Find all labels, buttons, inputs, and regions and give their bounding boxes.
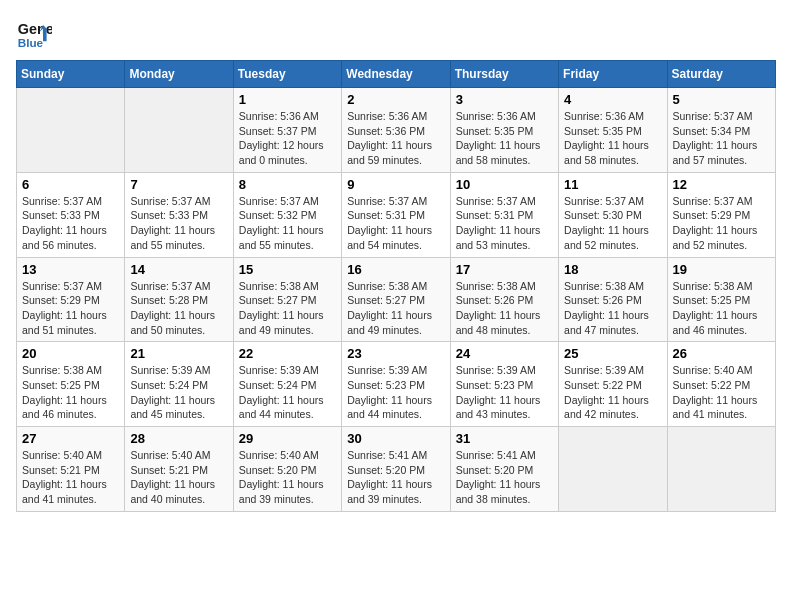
- day-number: 5: [673, 92, 770, 107]
- calendar-cell: 11Sunrise: 5:37 AMSunset: 5:30 PMDayligh…: [559, 172, 667, 257]
- calendar-cell: 30Sunrise: 5:41 AMSunset: 5:20 PMDayligh…: [342, 427, 450, 512]
- day-info: Sunrise: 5:36 AMSunset: 5:35 PMDaylight:…: [564, 109, 661, 168]
- svg-text:Blue: Blue: [18, 36, 44, 49]
- day-info: Sunrise: 5:38 AMSunset: 5:26 PMDaylight:…: [456, 279, 553, 338]
- day-number: 22: [239, 346, 336, 361]
- day-number: 28: [130, 431, 227, 446]
- day-info: Sunrise: 5:40 AMSunset: 5:22 PMDaylight:…: [673, 363, 770, 422]
- calendar-cell: 3Sunrise: 5:36 AMSunset: 5:35 PMDaylight…: [450, 88, 558, 173]
- day-number: 14: [130, 262, 227, 277]
- calendar-cell: 31Sunrise: 5:41 AMSunset: 5:20 PMDayligh…: [450, 427, 558, 512]
- day-number: 16: [347, 262, 444, 277]
- day-info: Sunrise: 5:39 AMSunset: 5:24 PMDaylight:…: [239, 363, 336, 422]
- calendar-cell: 22Sunrise: 5:39 AMSunset: 5:24 PMDayligh…: [233, 342, 341, 427]
- day-info: Sunrise: 5:40 AMSunset: 5:21 PMDaylight:…: [130, 448, 227, 507]
- calendar-cell: 25Sunrise: 5:39 AMSunset: 5:22 PMDayligh…: [559, 342, 667, 427]
- week-row-2: 6Sunrise: 5:37 AMSunset: 5:33 PMDaylight…: [17, 172, 776, 257]
- day-info: Sunrise: 5:39 AMSunset: 5:23 PMDaylight:…: [347, 363, 444, 422]
- calendar-cell: 18Sunrise: 5:38 AMSunset: 5:26 PMDayligh…: [559, 257, 667, 342]
- day-number: 15: [239, 262, 336, 277]
- day-info: Sunrise: 5:38 AMSunset: 5:26 PMDaylight:…: [564, 279, 661, 338]
- week-row-5: 27Sunrise: 5:40 AMSunset: 5:21 PMDayligh…: [17, 427, 776, 512]
- calendar-cell: 16Sunrise: 5:38 AMSunset: 5:27 PMDayligh…: [342, 257, 450, 342]
- calendar-cell: 15Sunrise: 5:38 AMSunset: 5:27 PMDayligh…: [233, 257, 341, 342]
- day-info: Sunrise: 5:36 AMSunset: 5:36 PMDaylight:…: [347, 109, 444, 168]
- calendar-cell: 10Sunrise: 5:37 AMSunset: 5:31 PMDayligh…: [450, 172, 558, 257]
- day-number: 18: [564, 262, 661, 277]
- calendar-cell: 29Sunrise: 5:40 AMSunset: 5:20 PMDayligh…: [233, 427, 341, 512]
- day-info: Sunrise: 5:36 AMSunset: 5:37 PMDaylight:…: [239, 109, 336, 168]
- day-number: 13: [22, 262, 119, 277]
- day-number: 19: [673, 262, 770, 277]
- day-info: Sunrise: 5:37 AMSunset: 5:32 PMDaylight:…: [239, 194, 336, 253]
- calendar-body: 1Sunrise: 5:36 AMSunset: 5:37 PMDaylight…: [17, 88, 776, 512]
- weekday-wednesday: Wednesday: [342, 61, 450, 88]
- calendar-cell: 14Sunrise: 5:37 AMSunset: 5:28 PMDayligh…: [125, 257, 233, 342]
- day-info: Sunrise: 5:37 AMSunset: 5:31 PMDaylight:…: [347, 194, 444, 253]
- day-info: Sunrise: 5:41 AMSunset: 5:20 PMDaylight:…: [347, 448, 444, 507]
- weekday-tuesday: Tuesday: [233, 61, 341, 88]
- day-number: 8: [239, 177, 336, 192]
- week-row-1: 1Sunrise: 5:36 AMSunset: 5:37 PMDaylight…: [17, 88, 776, 173]
- calendar-table: SundayMondayTuesdayWednesdayThursdayFrid…: [16, 60, 776, 512]
- calendar-cell: 9Sunrise: 5:37 AMSunset: 5:31 PMDaylight…: [342, 172, 450, 257]
- calendar-cell: 1Sunrise: 5:36 AMSunset: 5:37 PMDaylight…: [233, 88, 341, 173]
- day-number: 4: [564, 92, 661, 107]
- calendar-cell: 13Sunrise: 5:37 AMSunset: 5:29 PMDayligh…: [17, 257, 125, 342]
- calendar-cell: 12Sunrise: 5:37 AMSunset: 5:29 PMDayligh…: [667, 172, 775, 257]
- day-number: 21: [130, 346, 227, 361]
- calendar-cell: [559, 427, 667, 512]
- day-info: Sunrise: 5:38 AMSunset: 5:27 PMDaylight:…: [347, 279, 444, 338]
- calendar-cell: [125, 88, 233, 173]
- day-number: 7: [130, 177, 227, 192]
- weekday-monday: Monday: [125, 61, 233, 88]
- day-info: Sunrise: 5:40 AMSunset: 5:21 PMDaylight:…: [22, 448, 119, 507]
- weekday-thursday: Thursday: [450, 61, 558, 88]
- day-number: 3: [456, 92, 553, 107]
- day-number: 24: [456, 346, 553, 361]
- calendar-cell: 26Sunrise: 5:40 AMSunset: 5:22 PMDayligh…: [667, 342, 775, 427]
- day-info: Sunrise: 5:37 AMSunset: 5:30 PMDaylight:…: [564, 194, 661, 253]
- day-number: 11: [564, 177, 661, 192]
- weekday-sunday: Sunday: [17, 61, 125, 88]
- calendar-cell: 8Sunrise: 5:37 AMSunset: 5:32 PMDaylight…: [233, 172, 341, 257]
- day-info: Sunrise: 5:37 AMSunset: 5:29 PMDaylight:…: [22, 279, 119, 338]
- day-number: 12: [673, 177, 770, 192]
- calendar-cell: [667, 427, 775, 512]
- calendar-cell: 5Sunrise: 5:37 AMSunset: 5:34 PMDaylight…: [667, 88, 775, 173]
- logo-icon: General Blue: [16, 16, 52, 52]
- day-number: 2: [347, 92, 444, 107]
- calendar-cell: 4Sunrise: 5:36 AMSunset: 5:35 PMDaylight…: [559, 88, 667, 173]
- day-info: Sunrise: 5:39 AMSunset: 5:23 PMDaylight:…: [456, 363, 553, 422]
- day-info: Sunrise: 5:38 AMSunset: 5:27 PMDaylight:…: [239, 279, 336, 338]
- day-info: Sunrise: 5:36 AMSunset: 5:35 PMDaylight:…: [456, 109, 553, 168]
- calendar-cell: 23Sunrise: 5:39 AMSunset: 5:23 PMDayligh…: [342, 342, 450, 427]
- day-number: 25: [564, 346, 661, 361]
- day-number: 17: [456, 262, 553, 277]
- day-info: Sunrise: 5:38 AMSunset: 5:25 PMDaylight:…: [673, 279, 770, 338]
- day-number: 30: [347, 431, 444, 446]
- day-number: 6: [22, 177, 119, 192]
- day-info: Sunrise: 5:37 AMSunset: 5:33 PMDaylight:…: [22, 194, 119, 253]
- day-info: Sunrise: 5:39 AMSunset: 5:24 PMDaylight:…: [130, 363, 227, 422]
- day-number: 9: [347, 177, 444, 192]
- day-info: Sunrise: 5:37 AMSunset: 5:33 PMDaylight:…: [130, 194, 227, 253]
- calendar-cell: 27Sunrise: 5:40 AMSunset: 5:21 PMDayligh…: [17, 427, 125, 512]
- day-number: 20: [22, 346, 119, 361]
- day-number: 27: [22, 431, 119, 446]
- calendar-cell: 24Sunrise: 5:39 AMSunset: 5:23 PMDayligh…: [450, 342, 558, 427]
- calendar-cell: 19Sunrise: 5:38 AMSunset: 5:25 PMDayligh…: [667, 257, 775, 342]
- weekday-header-row: SundayMondayTuesdayWednesdayThursdayFrid…: [17, 61, 776, 88]
- calendar-cell: 17Sunrise: 5:38 AMSunset: 5:26 PMDayligh…: [450, 257, 558, 342]
- logo: General Blue: [16, 16, 52, 52]
- weekday-saturday: Saturday: [667, 61, 775, 88]
- day-number: 31: [456, 431, 553, 446]
- day-info: Sunrise: 5:37 AMSunset: 5:34 PMDaylight:…: [673, 109, 770, 168]
- day-info: Sunrise: 5:37 AMSunset: 5:31 PMDaylight:…: [456, 194, 553, 253]
- calendar-cell: 28Sunrise: 5:40 AMSunset: 5:21 PMDayligh…: [125, 427, 233, 512]
- week-row-3: 13Sunrise: 5:37 AMSunset: 5:29 PMDayligh…: [17, 257, 776, 342]
- weekday-friday: Friday: [559, 61, 667, 88]
- day-number: 26: [673, 346, 770, 361]
- calendar-cell: 6Sunrise: 5:37 AMSunset: 5:33 PMDaylight…: [17, 172, 125, 257]
- calendar-cell: 7Sunrise: 5:37 AMSunset: 5:33 PMDaylight…: [125, 172, 233, 257]
